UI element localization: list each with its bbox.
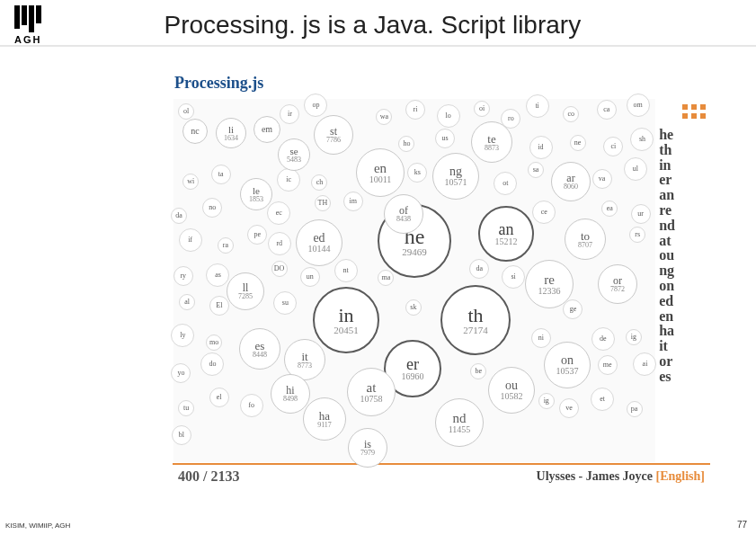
logo-text: AGH [14, 34, 41, 45]
bigram-bubble-small: ch [311, 174, 327, 191]
bigram-count: 8438 [396, 216, 411, 223]
bigram-bubble: ha9117 [303, 397, 346, 441]
bigram-count: 10537 [556, 367, 579, 376]
page-number: 77 [737, 520, 747, 530]
bigram-bubble-small: ly [171, 324, 194, 347]
bigram-bubble: le1853 [240, 178, 272, 210]
bigram-bubble-small: pa [627, 401, 643, 417]
bigram-bubble-small: ni [531, 328, 551, 348]
bigram-bubble-small: ti [526, 94, 549, 118]
sidebar-bigram: it [659, 339, 706, 354]
sidebar-bigram: ed [659, 294, 706, 309]
bigram-bubble-small: et [591, 388, 614, 411]
bigram-bubble-small: rs [629, 227, 645, 243]
bigram-bubble: at10758 [347, 368, 396, 416]
bigram-bubble: ou10582 [488, 367, 535, 414]
bigram-bubble-small: si [502, 265, 525, 289]
bigram-count: 8707 [578, 242, 592, 249]
bigram-bubble-small: if [179, 228, 202, 252]
bigram-label: en [374, 162, 387, 175]
bigram-count: 15212 [495, 237, 518, 246]
bigram-bubble: te8873 [471, 121, 512, 163]
bubble-chart: oliropwarilooiroticocaomhousidnecishwita… [173, 99, 655, 462]
bigram-bubble-small: wi [182, 174, 199, 190]
slide-title: Processing. js is a Java. Script library [164, 11, 581, 40]
agh-logo: AGH [14, 5, 41, 45]
bigram-bubble-small: DO [271, 261, 288, 277]
bigram-bubble-small: ta [211, 165, 231, 184]
bigram-bubble-small: us [435, 129, 455, 148]
bigram-bubble-small: ci [603, 137, 623, 156]
bigram-bubble-small: da [171, 208, 187, 224]
bigram-bubble-small: ai [633, 352, 656, 376]
bigram-bubble-small: nt [334, 259, 358, 282]
bigram-bubble-small: ig [538, 393, 555, 409]
bigram-count: 8873 [485, 145, 499, 152]
grid-dots-icon [659, 104, 706, 119]
bigram-count: 5483 [287, 156, 301, 164]
bigram-bubble-small: ea [601, 201, 618, 217]
bigram-count: 16960 [402, 372, 424, 381]
bigram-label: re [544, 273, 555, 287]
bigram-label: ou [505, 379, 518, 392]
bigram-label: em [262, 125, 272, 134]
bigram-bubble-small: ol [178, 103, 194, 120]
bigram-bubble: ed10144 [296, 219, 342, 266]
bigram-count: 8060 [564, 183, 578, 191]
sidebar-bigram: on [659, 279, 706, 294]
sidebar-bigram: es [659, 370, 706, 385]
bigram-count: 29469 [402, 247, 427, 257]
bigram-label: to [581, 230, 590, 242]
bigram-bubble-small: El [209, 296, 229, 316]
bigram-bubble-small: sh [630, 128, 654, 151]
bigram-sidebar: hethineranrendatoungonedenhaitores [655, 99, 709, 462]
bigram-bubble-small: wa [376, 109, 392, 125]
sidebar-bigram: re [659, 203, 706, 218]
bigram-bubble-small: ig [626, 329, 642, 345]
bigram-count: 27174 [463, 325, 488, 335]
bigram-bubble: en10011 [356, 148, 405, 197]
sidebar-bigram: th [659, 143, 706, 158]
bigram-bubble: hi8498 [271, 374, 310, 414]
bigram-label: es [255, 340, 265, 352]
sidebar-bigram: en [659, 309, 706, 325]
bigram-bubble: em [253, 116, 280, 143]
bigram-count: 10144 [308, 245, 331, 254]
bigram-bubble-small: ic [277, 168, 300, 192]
bigram-bubble: in20451 [313, 287, 379, 353]
bigram-bubble: is7979 [348, 428, 387, 468]
sidebar-bigram: nd [659, 218, 706, 234]
footer-affiliation: KISIM, WIMiIP, AGH [5, 522, 70, 530]
sidebar-bigram: ou [659, 248, 706, 263]
bigram-bubble-small: fo [240, 394, 263, 417]
bigram-bubble-small: id [529, 136, 553, 159]
bigram-bubble-small: ir [280, 104, 299, 124]
bigram-bubble: se5483 [278, 138, 310, 171]
bigram-count: 20451 [334, 325, 359, 335]
bigram-bubble-small: om [627, 94, 650, 117]
status-bar: 400 / 2133 Ulysses - James Joyce [Englis… [173, 463, 710, 485]
bigram-bubble-small: be [470, 363, 486, 379]
bigram-bubble-small: mo [206, 334, 222, 351]
bigram-bubble-small: ca [597, 100, 617, 120]
bigram-bubble-small: rd [268, 232, 291, 255]
logo-bars-icon [14, 5, 41, 32]
bigram-bubble-small: su [273, 291, 297, 315]
sidebar-bigram: ha [659, 324, 706, 339]
bigram-bubble-small: im [343, 192, 363, 211]
bigram-bubble-small: oi [474, 101, 490, 117]
bigram-label: on [561, 354, 574, 367]
bigram-label: ed [313, 232, 325, 245]
source-label: Ulysses - James Joyce [English] [537, 469, 705, 484]
sidebar-bigram: an [659, 188, 706, 203]
top-bigram-list: hethineranrendatoungonedenhaitores [659, 128, 706, 385]
bigram-bubble-small: tu [178, 400, 194, 416]
sidebar-bigram: or [659, 354, 706, 370]
bigram-label: te [487, 133, 495, 145]
bigram-count: 1853 [249, 196, 263, 203]
bigram-count: 11455 [449, 425, 471, 434]
bigram-bubble-small: op [304, 94, 327, 117]
bigram-bubble: an15212 [478, 206, 534, 262]
bigram-bubble-small: ce [532, 201, 556, 224]
bigram-bubble: th27174 [440, 285, 511, 355]
